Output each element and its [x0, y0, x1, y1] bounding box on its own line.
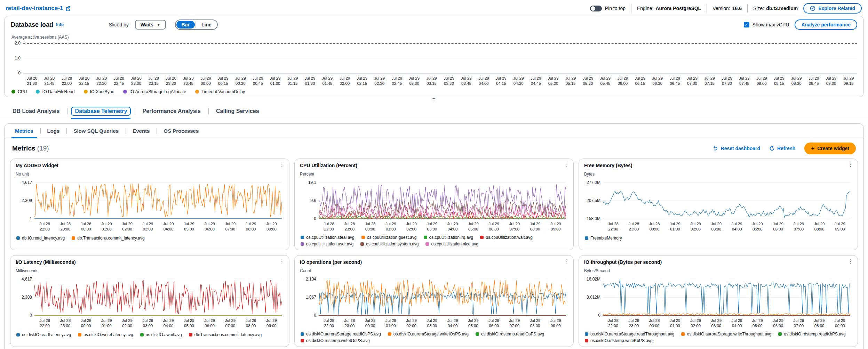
legend-item[interactable]: os.cpuUtilization.guest.avg [361, 235, 417, 240]
aas-bar[interactable] [137, 43, 146, 73]
aas-bar[interactable] [41, 43, 49, 73]
aas-bar[interactable] [50, 43, 58, 73]
instance-name-link[interactable]: retail-dev-instance-1 [6, 5, 71, 12]
aas-bar[interactable] [76, 43, 85, 73]
aas-bar[interactable] [32, 43, 41, 73]
toggle-switch[interactable] [590, 6, 602, 11]
widget-menu-button[interactable]: ⋮ [279, 259, 285, 264]
aas-bar[interactable] [831, 43, 840, 73]
aas-bar[interactable] [383, 43, 392, 73]
aas-bar[interactable] [568, 43, 576, 73]
aas-bar[interactable] [849, 43, 857, 73]
legend-item[interactable]: FreeableMemory [585, 236, 622, 241]
widget-menu-button[interactable]: ⋮ [564, 162, 569, 167]
aas-bar[interactable] [594, 43, 603, 73]
widget-chart[interactable]: 19.19.60 [319, 182, 566, 219]
legend-item[interactable]: os.cpuUtilization.nice.avg [425, 242, 478, 246]
aas-bar[interactable] [787, 43, 796, 73]
aas-bar[interactable] [357, 43, 366, 73]
tab-db-load-analysis[interactable]: DB Load Analysis [5, 104, 67, 119]
widget-chart[interactable]: 16.02M8.012M0 [603, 279, 850, 316]
aas-bar[interactable] [67, 43, 76, 73]
legend-item[interactable]: os.diskIO.writeLatency.avg [78, 332, 133, 337]
tab-performance-analysis[interactable]: Performance Analysis [135, 104, 208, 119]
aas-bar[interactable] [691, 43, 699, 73]
aas-bar[interactable] [243, 43, 252, 73]
aas-bar[interactable] [778, 43, 787, 73]
aas-bar[interactable] [647, 43, 655, 73]
aas-bar[interactable] [102, 43, 111, 73]
legend-item[interactable]: db.IO.read_latency.avg [16, 236, 65, 241]
aas-bar[interactable] [813, 43, 822, 73]
legend-item[interactable]: IO:DataFileRead [36, 89, 74, 94]
widget-chart[interactable]: 4,6172,3080 [34, 279, 282, 316]
aas-bar[interactable] [506, 43, 515, 73]
aas-bar[interactable] [480, 43, 488, 73]
aas-bar[interactable] [287, 43, 295, 73]
aas-bar[interactable] [436, 43, 445, 73]
aas-bar[interactable] [717, 43, 726, 73]
aas-bar[interactable] [23, 43, 32, 73]
aas-bar[interactable] [199, 43, 208, 73]
sliced-by-dropdown[interactable]: Waits ▼ [135, 20, 166, 30]
aas-bar[interactable] [181, 43, 190, 73]
aas-bar[interactable] [822, 43, 831, 73]
aas-bar[interactable] [840, 43, 849, 73]
explore-related-button[interactable]: Explore Related [803, 3, 862, 14]
aas-bars[interactable] [23, 43, 857, 73]
aas-bar[interactable] [313, 43, 322, 73]
aas-bar[interactable] [269, 43, 278, 73]
tab-database-telemetry[interactable]: Database Telemetry [67, 104, 135, 119]
subtab-logs[interactable]: Logs [40, 124, 67, 138]
aas-bar[interactable] [225, 43, 234, 73]
widget-menu-button[interactable]: ⋮ [848, 162, 853, 167]
aas-bar[interactable] [295, 43, 304, 73]
aas-bar[interactable] [462, 43, 471, 73]
aas-bar[interactable] [752, 43, 761, 73]
aas-bar[interactable] [761, 43, 770, 73]
legend-item[interactable]: os.cpuUtilization.steal.avg [301, 235, 355, 240]
legend-item[interactable]: os.diskIO.auroraStorage.writeThroughput.… [681, 332, 771, 336]
subtab-events[interactable]: Events [126, 124, 157, 138]
aas-bar[interactable] [94, 43, 102, 73]
aas-bar[interactable] [234, 43, 243, 73]
checkbox-checked-icon[interactable]: ✓ [744, 22, 749, 27]
legend-item[interactable]: os.diskIO.auroraStorage.readIOsPS.avg [301, 332, 381, 336]
aas-bar[interactable] [620, 43, 629, 73]
aas-bar[interactable] [374, 43, 383, 73]
widget-menu-button[interactable]: ⋮ [848, 259, 853, 264]
aas-bar[interactable] [796, 43, 805, 73]
aas-bar[interactable] [805, 43, 813, 73]
aas-bar[interactable] [638, 43, 646, 73]
aas-bar[interactable] [304, 43, 313, 73]
subtab-slow-sql-queries[interactable]: Slow SQL Queries [66, 124, 126, 138]
line-toggle-option[interactable]: Line [196, 21, 217, 29]
aas-bar[interactable] [629, 43, 638, 73]
widget-chart[interactable]: 2,1341,0670 [319, 279, 566, 316]
aas-bar[interactable] [366, 43, 374, 73]
aas-bar[interactable] [726, 43, 734, 73]
aas-bar[interactable] [612, 43, 620, 73]
legend-item[interactable]: os.diskIO.readLatency.avg [16, 332, 71, 337]
aas-bar[interactable] [550, 43, 559, 73]
aas-bar[interactable] [208, 43, 216, 73]
aas-bar[interactable] [339, 43, 348, 73]
resize-handle-icon[interactable]: = [0, 97, 868, 103]
aas-bar[interactable] [155, 43, 164, 73]
aas-bar[interactable] [129, 43, 137, 73]
aas-bar[interactable] [173, 43, 181, 73]
legend-item[interactable]: os.diskIO.rdstemp.readKbPS.avg [778, 332, 845, 336]
subtab-os-processes[interactable]: OS Processes [157, 124, 206, 138]
legend-item[interactable]: os.diskIO.auroraStorage.writeIOsPS.avg [388, 332, 469, 336]
legend-item[interactable]: IO:XactSync [84, 89, 114, 94]
legend-item[interactable]: os.diskIO.auroraStorage.readThroughput.a… [585, 332, 674, 336]
pin-to-top-toggle[interactable]: Pin to top [590, 6, 626, 11]
aas-bar[interactable] [146, 43, 155, 73]
subtab-metrics[interactable]: Metrics [8, 124, 40, 138]
legend-item[interactable]: Timeout:VacuumDelay [195, 89, 245, 94]
aas-bar[interactable] [488, 43, 497, 73]
aas-bar[interactable] [585, 43, 594, 73]
legend-item[interactable]: IO:AuroraStorageLogAllocate [123, 89, 186, 94]
aas-bar[interactable] [409, 43, 418, 73]
refresh-button[interactable]: Refresh [769, 146, 795, 151]
